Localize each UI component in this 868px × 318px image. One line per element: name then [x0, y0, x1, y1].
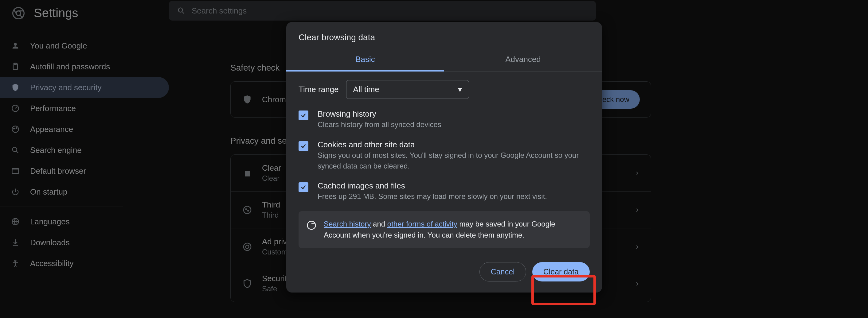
sidebar-item-performance[interactable]: Performance: [0, 98, 169, 119]
option-title: Cookies and other site data: [318, 140, 590, 150]
svg-point-8: [16, 128, 17, 129]
chevron-right-icon: ›: [636, 205, 639, 215]
checkbox-checked-icon[interactable]: [299, 110, 308, 120]
window-icon: [10, 166, 20, 176]
sidebar-item-label: Search engine: [30, 146, 82, 155]
sidebar-item-label: Performance: [30, 104, 76, 113]
option-title: Browsing history: [318, 109, 441, 119]
dialog-title: Clear browsing data: [286, 22, 602, 49]
checkbox-checked-icon[interactable]: [299, 141, 308, 151]
svg-point-12: [15, 260, 16, 262]
time-range-label: Time range: [299, 85, 339, 94]
chevron-right-icon: ›: [636, 279, 639, 288]
tab-basic[interactable]: Basic: [286, 49, 444, 71]
cancel-button[interactable]: Cancel: [479, 262, 526, 282]
sidebar-item-autofill[interactable]: Autofill and passwords: [0, 56, 169, 77]
svg-point-7: [13, 128, 15, 129]
clear-data-button[interactable]: Clear data: [532, 262, 590, 282]
sidebar-item-default-browser[interactable]: Default browser: [0, 161, 169, 182]
sidebar-item-on-startup[interactable]: On startup: [0, 182, 169, 202]
search-icon: [177, 6, 186, 15]
sidebar-item-you-and-google[interactable]: You and Google: [0, 35, 169, 56]
time-range-value: All time: [353, 85, 379, 94]
svg-point-19: [307, 221, 316, 230]
chrome-logo-icon: [12, 7, 25, 19]
search-icon: [10, 145, 20, 155]
sidebar: You and Google Autofill and passwords Pr…: [0, 26, 169, 302]
google-account-info: Search history and other forms of activi…: [299, 211, 590, 248]
person-icon: [10, 41, 20, 51]
option-title: Cached images and files: [318, 181, 547, 191]
shield-icon: [10, 83, 20, 92]
sidebar-item-search-engine[interactable]: Search engine: [0, 140, 169, 161]
svg-point-6: [12, 126, 19, 133]
divider: [0, 206, 123, 207]
speedometer-icon: [10, 103, 20, 113]
tab-advanced[interactable]: Advanced: [444, 49, 602, 71]
svg-point-9: [12, 147, 17, 152]
option-desc: Frees up 291 MB. Some sites may load mor…: [318, 191, 547, 202]
download-icon: [10, 237, 20, 247]
sidebar-item-label: You and Google: [30, 41, 87, 51]
cookie-icon: [242, 204, 253, 216]
svg-point-0: [13, 7, 24, 19]
browsing-history-option[interactable]: Browsing history Clears history from all…: [299, 104, 590, 135]
shield-icon: [242, 278, 253, 289]
sidebar-item-privacy[interactable]: Privacy and security: [0, 77, 169, 98]
sidebar-item-label: Languages: [30, 217, 70, 226]
power-icon: [10, 187, 20, 197]
search-placeholder: Search settings: [192, 6, 247, 15]
cookies-option[interactable]: Cookies and other site data Signs you ou…: [299, 135, 590, 177]
trash-icon: [242, 168, 253, 179]
sidebar-item-label: On startup: [30, 187, 67, 197]
sidebar-item-label: Privacy and security: [30, 83, 102, 92]
svg-point-13: [179, 8, 183, 12]
svg-point-15: [246, 209, 247, 210]
clear-browsing-data-dialog: Clear browsing data Basic Advanced Time …: [286, 22, 602, 292]
target-icon: [242, 241, 253, 252]
sidebar-item-label: Default browser: [30, 166, 86, 176]
globe-icon: [10, 217, 20, 226]
search-history-link[interactable]: Search history: [324, 220, 371, 228]
svg-point-18: [246, 245, 249, 248]
chevron-right-icon: ›: [636, 168, 639, 178]
sidebar-item-languages[interactable]: Languages: [0, 211, 169, 232]
svg-point-14: [244, 206, 251, 214]
svg-rect-10: [12, 168, 19, 173]
sidebar-item-accessibility[interactable]: Accessibility: [0, 253, 169, 274]
svg-point-2: [14, 43, 17, 46]
sidebar-item-appearance[interactable]: Appearance: [0, 119, 169, 140]
sidebar-item-label: Autofill and passwords: [30, 62, 110, 71]
chevron-down-icon: ▾: [458, 85, 462, 94]
svg-point-17: [244, 243, 251, 251]
info-text: Search history and other forms of activi…: [324, 219, 582, 241]
search-settings-input[interactable]: Search settings: [169, 1, 596, 21]
palette-icon: [10, 124, 20, 134]
dialog-tabs: Basic Advanced: [286, 49, 602, 71]
other-activity-link[interactable]: other forms of activity: [387, 220, 457, 228]
checkbox-checked-icon[interactable]: [299, 182, 308, 192]
sidebar-item-label: Downloads: [30, 238, 70, 247]
cached-images-option[interactable]: Cached images and files Frees up 291 MB.…: [299, 176, 590, 207]
time-range-select[interactable]: All time ▾: [346, 80, 469, 99]
option-desc: Signs you out of most sites. You'll stay…: [318, 150, 590, 171]
chevron-right-icon: ›: [636, 242, 639, 251]
clipboard-icon: [10, 62, 20, 71]
sidebar-item-label: Accessibility: [30, 259, 74, 268]
shield-check-icon: [242, 94, 253, 105]
svg-point-16: [248, 210, 248, 211]
sidebar-item-label: Appearance: [30, 125, 73, 134]
google-icon: [307, 220, 316, 230]
sidebar-item-downloads[interactable]: Downloads: [0, 232, 169, 253]
page-title: Settings: [34, 6, 78, 20]
option-desc: Clears history from all synced devices: [318, 119, 441, 130]
accessibility-icon: [10, 258, 20, 268]
